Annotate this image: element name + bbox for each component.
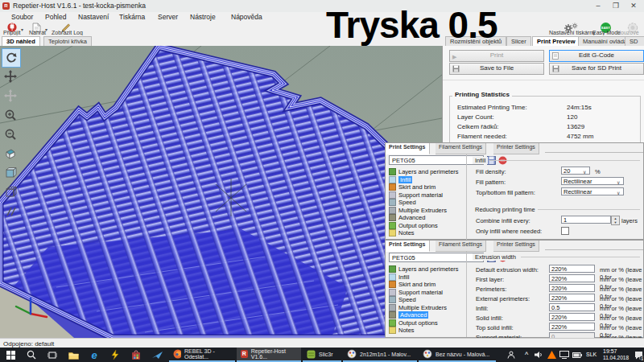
windows-logo-icon <box>6 351 15 360</box>
minimize-button[interactable]: – <box>589 0 607 11</box>
tree-item-output[interactable]: Output options <box>389 222 438 229</box>
search-button[interactable] <box>23 348 40 361</box>
preset-select[interactable]: PETG05▾ <box>389 253 484 262</box>
front-view-button[interactable] <box>2 164 19 182</box>
menu-napoveda[interactable]: Nápověda <box>231 13 262 21</box>
parallel-lines-icon <box>4 205 17 218</box>
tree-item-extruders[interactable]: Multiple Extruders <box>389 304 447 311</box>
notification-center-icon[interactable]: 1 <box>633 348 644 361</box>
rotate-view-button[interactable] <box>2 48 21 68</box>
taskbar-app-firefox[interactable]: REBEL 3D - Odeslat... <box>169 348 235 362</box>
combine-infill-spinner[interactable]: ▲▼ <box>611 216 620 225</box>
move-view-button[interactable] <box>2 68 19 85</box>
zoom-out-button[interactable] <box>2 125 19 143</box>
tree-item-support[interactable]: Support material <box>389 289 443 296</box>
ew-row-input[interactable]: 220% <box>549 284 595 292</box>
viewport-3d[interactable] <box>0 46 442 338</box>
display-icon[interactable] <box>559 348 570 361</box>
taskbar-app-repetier[interactable]: R Repetier-Host V1.6... <box>237 348 301 362</box>
preset-select[interactable]: PETG05▾ <box>389 155 484 165</box>
start-button[interactable] <box>2 348 19 361</box>
ew-row-input[interactable]: 220% <box>549 294 595 302</box>
zoom-in-button[interactable] <box>2 106 19 124</box>
ew-row-input[interactable]: 220% <box>549 265 595 273</box>
store-button[interactable] <box>127 348 145 361</box>
volume-icon[interactable] <box>533 348 544 361</box>
rotate-icon <box>5 51 18 64</box>
tree-item-extruders[interactable]: Multiple Extruders <box>389 207 447 214</box>
fill-pattern-label: Fill pattern: <box>476 179 506 186</box>
tree-item-support[interactable]: Support material <box>389 191 443 199</box>
menu-nastaveni[interactable]: Nastavení <box>78 13 109 21</box>
tab-print-settings[interactable]: Print Settings <box>386 241 430 252</box>
ew-row-label: Infill: <box>476 305 488 312</box>
tree-item-infill[interactable]: Infill <box>389 274 409 281</box>
people-icon[interactable] <box>506 348 517 361</box>
connect-dropdown-icon[interactable]: ▾ <box>21 27 23 32</box>
tree-item-speed[interactable]: Speed <box>389 199 416 206</box>
ew-row-label: Default extrusion width: <box>476 266 539 274</box>
menu-server[interactable]: Server <box>158 13 178 21</box>
clock-time[interactable]: 19:57 <box>603 348 617 354</box>
only-infill-checkbox[interactable] <box>561 227 569 235</box>
tab-filament-settings[interactable]: Filament Settings <box>436 143 486 154</box>
tree-item-infill[interactable]: Infill <box>389 176 412 183</box>
tree-item-advanced[interactable]: Advanced <box>389 311 428 319</box>
combine-infill-input[interactable]: 1 <box>561 216 611 224</box>
taskbar-app-paint-1[interactable]: 2n12m1n1 - Malov... <box>343 348 417 362</box>
close-button[interactable]: ✕ <box>625 0 642 11</box>
ew-row-input[interactable]: 0.5 <box>549 303 595 311</box>
divider <box>466 252 467 337</box>
load-button-label[interactable]: Nahrát <box>29 30 46 35</box>
tree-item-layers[interactable]: Layers and perimeters <box>389 168 459 175</box>
connect-button-label[interactable]: Připojit <box>3 30 20 35</box>
clock-date[interactable]: 11.04.2018 <box>603 355 629 360</box>
taskbar-app-slic3r[interactable]: Slic3r <box>303 348 341 362</box>
notification-badge: 1 <box>641 356 643 361</box>
fill-density-combo[interactable]: 20∨ <box>561 167 590 175</box>
menu-nastroje[interactable]: Nástroje <box>190 13 216 21</box>
tab-print-settings[interactable]: Print Settings <box>386 143 430 154</box>
maximize-button[interactable]: ❐ <box>607 0 625 11</box>
tree-item-notes[interactable]: Notes <box>389 327 415 334</box>
language-indicator[interactable]: SLK <box>586 352 597 357</box>
tree-item-advanced[interactable]: Advanced <box>389 214 425 221</box>
tab-printer-settings[interactable]: Printer Settings <box>493 143 539 154</box>
tray-expand-icon[interactable]: ^ <box>522 348 531 361</box>
tree-item-output[interactable]: Output options <box>389 319 438 327</box>
avast-icon[interactable] <box>546 348 557 361</box>
file-explorer-button[interactable] <box>64 348 82 361</box>
edit-gcode-button[interactable]: Edit G-Code <box>549 50 644 62</box>
tree-item-layers[interactable]: Layers and perimeters <box>389 265 459 273</box>
isometric-cube-icon <box>4 147 17 160</box>
tab-filament-settings[interactable]: Filament Settings <box>436 241 486 252</box>
save-to-file-button[interactable]: Save to File <box>449 63 544 75</box>
menu-pohled[interactable]: Pohled <box>45 13 66 21</box>
parallel-projection-button[interactable] <box>2 203 19 220</box>
divider <box>443 80 644 80</box>
tree-item-skirt[interactable]: Skirt and brim <box>389 281 436 288</box>
tree-item-notes[interactable]: Notes <box>389 229 415 237</box>
menu-tiskarna[interactable]: Tiskárna <box>119 13 145 21</box>
show-log-button-label[interactable]: Zobrazit Log <box>52 30 83 35</box>
edge-button[interactable]: e <box>85 348 103 361</box>
battery-icon[interactable] <box>572 348 583 361</box>
ew-row-input[interactable]: 220% <box>549 323 595 331</box>
fill-pattern-combo[interactable]: Rectilinear∨ <box>561 177 624 185</box>
builder3d-button[interactable] <box>148 348 166 361</box>
ew-row-input[interactable]: 220% <box>549 274 595 282</box>
top-bottom-pattern-combo[interactable]: Rectilinear∨ <box>561 187 624 195</box>
main-toolbar: ▾ ▾ Připojit Nahrát Zobrazit Log <box>0 23 644 36</box>
save-for-sd-button[interactable]: Save for SD Print <box>549 63 644 75</box>
tree-item-speed[interactable]: Speed <box>389 296 416 303</box>
ew-row-input[interactable]: 220% <box>549 313 595 321</box>
tree-item-skirt[interactable]: Skirt and brim <box>389 183 436 191</box>
printer-settings-label[interactable]: Nastavení tiskárny <box>549 30 596 35</box>
taskbar-app-paint-2[interactable]: Bez názvu - Malová... <box>419 348 496 362</box>
tab-printer-settings[interactable]: Printer Settings <box>493 241 539 252</box>
task-view-button[interactable] <box>43 348 61 361</box>
wireframe-view-button[interactable] <box>2 183 19 201</box>
isometric-view-button[interactable] <box>2 145 19 162</box>
menu-soubor[interactable]: Soubor <box>11 13 33 21</box>
photofiltre-button[interactable] <box>106 348 124 361</box>
